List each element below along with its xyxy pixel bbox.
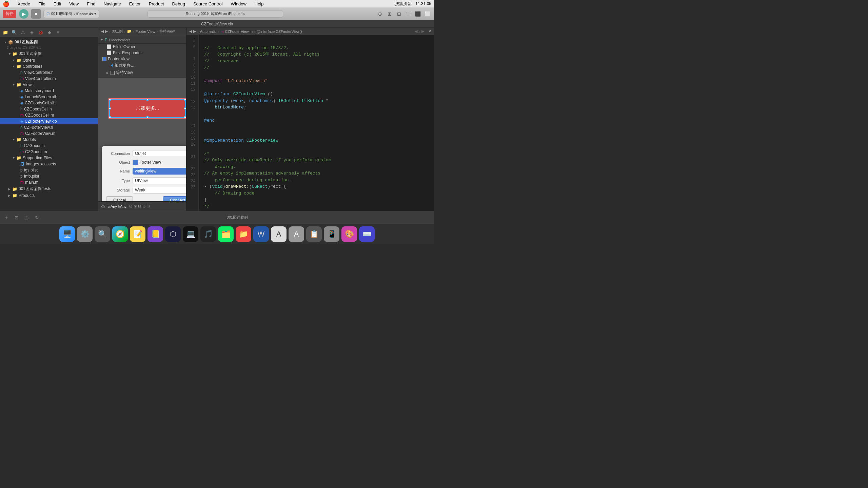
dock-font-2[interactable]: A [289, 226, 304, 242]
dock-safari[interactable]: 🧭 [112, 226, 128, 242]
size-icon-3[interactable]: ⊟ [138, 204, 141, 208]
ib-back-icon[interactable]: ⊙ [101, 204, 105, 209]
waiting-view-item[interactable]: ▶ 等待View [98, 69, 186, 76]
view-menu[interactable]: View [68, 1, 80, 6]
nav-search-icon[interactable]: 🔍 [10, 29, 18, 36]
product-menu[interactable]: Product [147, 1, 165, 6]
dock-paintbrush[interactable]: 🎨 [341, 226, 357, 242]
size-icon-4[interactable]: ⊞ [142, 204, 145, 208]
size-icon-5[interactable]: ⊿ [147, 204, 150, 208]
dock-screenium[interactable]: 📋 [306, 226, 322, 242]
debug-menu[interactable]: Debug [171, 1, 186, 6]
connection-select[interactable]: Outlet ▾ [133, 150, 186, 157]
views-group[interactable]: ▼ 📁 Views [0, 82, 98, 88]
handle-tl[interactable] [109, 99, 111, 101]
dock-system-prefs[interactable]: ⚙️ [77, 226, 93, 242]
czgoodscell-h[interactable]: h CZGoodsCell.h [0, 106, 98, 112]
others-group[interactable]: ▼ 📁 Others [0, 57, 98, 63]
images-xcassets[interactable]: 🖼 Images.xcassets [0, 161, 98, 167]
viewcontroller-m[interactable]: m ViewController.m [0, 76, 98, 82]
czfooterview-m[interactable]: m CZFooterView.m [0, 130, 98, 137]
handle-br[interactable] [184, 116, 186, 118]
play-button[interactable]: ▶ [19, 9, 28, 19]
type-select[interactable]: UIView ▾ [133, 177, 186, 184]
nav-warning-icon[interactable]: ⚠ [19, 29, 27, 36]
handle-bl[interactable] [109, 116, 111, 118]
czfooterview-xib[interactable]: ◈ CZFooterView.xib [0, 118, 98, 124]
debug-icon[interactable]: ⬛ [414, 10, 422, 18]
dock-font-1[interactable]: A [271, 226, 287, 242]
history-icon[interactable]: ◌ [23, 214, 31, 221]
name-input[interactable] [133, 168, 186, 175]
nav-back-icon[interactable]: ◀ [101, 29, 104, 34]
info-plist[interactable]: p Info.plist [0, 173, 98, 179]
dock-ios-simulator[interactable]: 📱 [324, 226, 339, 242]
dock-word[interactable]: W [253, 226, 269, 242]
handle-ml[interactable] [109, 107, 111, 109]
utilities-icon[interactable]: ⬜ [424, 10, 431, 18]
editor-view-icon[interactable]: ⊞ [386, 10, 393, 18]
navigator-icon[interactable]: ⬚ [405, 10, 412, 18]
czfooterview-h[interactable]: h CZFooterView.h [0, 124, 98, 130]
dock-filezilla[interactable]: 📁 [236, 226, 251, 242]
project-main-group[interactable]: ▼ 📁 001团购案例 [0, 50, 98, 57]
close-icon[interactable]: ✕ [428, 29, 431, 34]
waiting-view-checkbox[interactable] [111, 71, 115, 75]
code-editor[interactable]: 5 6 7 8 9 10 11 12 13 14 17 18 1 [186, 35, 434, 211]
handle-tr[interactable] [184, 99, 186, 101]
tgs-plist[interactable]: p tgs.plist [0, 167, 98, 173]
dock-spotlight[interactable]: 🔍 [95, 226, 110, 242]
nav-log-icon[interactable]: ≡ [54, 29, 62, 36]
tests-group[interactable]: ▶ 📁 001团购案例Tests [0, 185, 98, 192]
item-checkbox[interactable] [102, 57, 106, 61]
window-menu[interactable]: Window [230, 1, 248, 6]
czgoods-h[interactable]: h CZGoods.h [0, 143, 98, 149]
models-group[interactable]: ▼ 📁 Models [0, 137, 98, 143]
nav-breakpoint-icon[interactable]: ◆ [45, 29, 54, 36]
nav-folder-icon[interactable]: 📁 [1, 29, 9, 36]
back-icon[interactable]: ◀ [189, 29, 192, 34]
footer-view-canvas[interactable]: 加载更多... [108, 98, 186, 119]
stop-button[interactable]: 暂停 [3, 10, 16, 18]
xcode-menu[interactable]: Xcode [16, 1, 32, 6]
source-control-menu[interactable]: Source Control [192, 1, 224, 6]
project-root[interactable]: ▼ 📦 001团购案例 [0, 39, 98, 46]
dock-music[interactable]: 🎵 [200, 226, 216, 242]
viewcontroller-h[interactable]: h ViewController.h [0, 69, 98, 76]
add-bottom-icon[interactable]: + [3, 214, 10, 221]
czgoods-m[interactable]: m CZGoods.m [0, 149, 98, 155]
dock-xcode[interactable]: ⬡ [165, 226, 181, 242]
nav-debug-icon[interactable]: 🐞 [37, 29, 45, 36]
button-item[interactable]: B 加载更多... [98, 62, 186, 69]
ib-canvas[interactable]: 加载更多... Connection [98, 78, 186, 201]
storage-select[interactable]: Weak ▾ [133, 187, 186, 194]
footer-view-item[interactable]: Footer View [98, 56, 186, 62]
help-menu[interactable]: Help [253, 1, 265, 6]
dock-sourcetree[interactable]: 🗂️ [218, 226, 234, 242]
forward-icon[interactable]: ▶ [193, 29, 196, 34]
handle-bc[interactable] [146, 116, 149, 118]
main-storyboard[interactable]: ◈ Main.storyboard [0, 88, 98, 94]
dock-filetype[interactable]: ⌨️ [359, 226, 375, 242]
dock-notes[interactable]: 📝 [130, 226, 145, 242]
filter-icon[interactable]: ⊡ [13, 214, 20, 221]
file-menu[interactable]: File [37, 1, 47, 6]
nav-forward-icon[interactable]: ▶ [105, 29, 108, 34]
first-responder-item[interactable]: ⬜ First Responder [98, 50, 186, 56]
dock-finder[interactable]: 🖥️ [59, 226, 75, 242]
layout-icon[interactable]: ⊟ [395, 10, 403, 18]
dock-terminal[interactable]: 💻 [183, 226, 198, 242]
edit-menu[interactable]: Edit [52, 1, 62, 6]
launchscreen-xib[interactable]: ◈ LaunchScreen.xib [0, 94, 98, 100]
stop-run-button[interactable]: ■ [31, 9, 41, 19]
czgoodscell-xib[interactable]: ◈ CZGoodsCell.xib [0, 100, 98, 106]
connect-button[interactable]: Connect [163, 196, 186, 201]
products-group[interactable]: ▶ 📁 Products [0, 192, 98, 199]
nav-test-icon[interactable]: ◈ [28, 29, 36, 36]
scheme-selector[interactable]: ⬡ 001团购案例 › iPhone 4s ▾ [43, 10, 99, 18]
handle-mr[interactable] [184, 107, 186, 109]
apple-menu[interactable]: 🍎 [3, 1, 9, 7]
files-owner-item[interactable]: ⬜ File's Owner [98, 44, 186, 50]
handle-tc[interactable] [146, 99, 149, 101]
size-icon-2[interactable]: ⊠ [134, 204, 137, 208]
